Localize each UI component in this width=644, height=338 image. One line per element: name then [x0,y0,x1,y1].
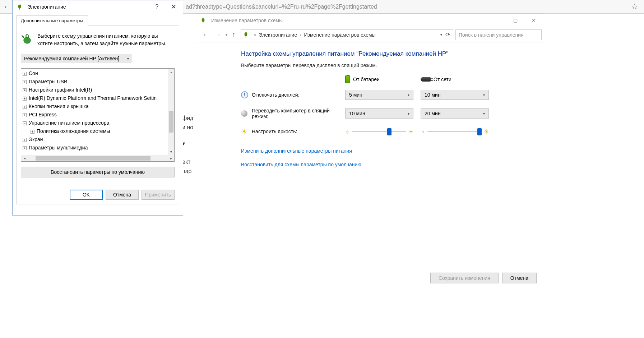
restore-defaults-button[interactable]: Восстановить параметры по умолчанию [21,167,175,177]
window-titlebar[interactable]: Изменение параметров схемы — ▢ ✕ [196,14,544,27]
tree-item[interactable]: +Настройки графики Intel(R) [23,86,168,94]
nav-forward-icon: → [212,31,223,39]
browser-url[interactable]: ad?threadtype=Questions&cancelurl=%2Fru-… [186,4,377,10]
tree-item[interactable]: +Intel(R) Dynamic Platform and Thermal F… [23,94,168,102]
tree-item[interactable]: +Сон [23,69,168,78]
brightness-battery-slider[interactable] [352,131,406,132]
ok-button[interactable]: OK [70,190,103,200]
partial-text: и но [182,124,193,131]
breadcrumb[interactable]: « Электропитание › Изменение параметров … [241,29,453,40]
dialog-titlebar[interactable]: Электропитание ? ✕ [13,0,183,13]
chevron-down-icon: ▾ [483,93,485,97]
expand-icon[interactable]: + [23,138,27,142]
tree-item[interactable]: +PCI Express [23,111,168,119]
minimize-button[interactable]: — [488,14,506,27]
scroll-left-icon[interactable]: ◂ [21,155,28,161]
cancel-button[interactable]: Отмена [106,190,139,200]
power-options-dialog: Электропитание ? ✕ Дополнительные параме… [12,0,183,216]
brightness-sun-icon: ☀ [241,128,247,135]
tree-item[interactable]: −Управление питанием процессора [23,119,168,127]
nav-up-icon[interactable]: ↑ [229,31,238,38]
brightness-ac-slider[interactable] [427,131,482,132]
plug-icon [421,77,431,82]
tree-item-label: Настройки графики Intel(R) [29,87,92,93]
maximize-button[interactable]: ▢ [506,14,524,27]
settings-tree: +Сон+Параметры USB+Настройки графики Int… [21,68,175,162]
tree-item[interactable]: +Параметры мультимедиа [23,144,168,152]
collapse-icon[interactable]: − [23,121,27,125]
breadcrumb-item[interactable]: Изменение параметров схемы [304,32,376,38]
expand-icon[interactable]: + [31,130,34,134]
setting-label-display: Отключать дисплей: [252,92,345,98]
partial-text: фид [182,115,193,121]
chevron-down-icon: ▾ [408,93,409,97]
power-plug-icon [243,32,250,38]
link-restore-defaults[interactable]: Восстановить для схемы параметры по умол… [241,162,544,167]
explorer-nav-bar: ← → ▾ ↑ « Электропитание › Изменение пар… [196,27,544,42]
save-changes-button: Сохранить изменения [430,273,499,283]
tree-item-label: Сон [29,70,38,76]
tree-item-label: Управление питанием процессора [29,120,109,126]
partial-text: пар [182,168,191,175]
expand-icon[interactable]: + [23,113,27,117]
scroll-right-icon[interactable]: ▸ [168,155,174,161]
page-subtitle: Выберите параметры перевода дисплея в сп… [241,62,544,68]
chevron-down-icon: ▾ [483,112,485,116]
tree-item[interactable]: +Кнопки питания и крышка [23,102,168,111]
column-header-battery: От батареи [353,77,380,82]
sleep-battery-select[interactable]: 10 мин ▾ [345,108,413,119]
nav-back-icon[interactable]: ← [200,31,212,39]
breadcrumb-dropdown-icon[interactable]: ▾ [440,33,442,37]
power-plug-icon [200,17,207,24]
expand-icon[interactable]: + [23,105,27,109]
search-input[interactable]: Поиск в панели управления [455,29,542,40]
dialog-intro-text: Выберите схему управления питанием, кото… [37,32,175,47]
battery-icon [345,75,350,83]
breadcrumb-chevron-icon[interactable]: « [252,33,258,37]
tree-item-label: PCI Express [29,112,57,117]
scroll-down-icon[interactable]: ▾ [168,148,174,155]
scroll-thumb[interactable] [36,156,150,161]
nav-history-dropdown[interactable]: ▾ [223,33,229,37]
breadcrumb-item[interactable]: Электропитание [258,32,298,38]
apply-button: Применить [142,190,175,200]
breadcrumb-chevron-icon[interactable]: › [298,33,303,37]
display-ac-select[interactable]: 10 мин ▾ [421,90,489,100]
close-button[interactable]: ✕ [164,3,183,11]
scroll-thumb[interactable] [169,111,173,133]
vertical-scrollbar[interactable]: ▴ ▾ [168,69,174,155]
sleep-ac-select[interactable]: 20 мин ▾ [421,108,489,119]
power-plug-icon [17,4,23,10]
horizontal-scrollbar[interactable]: ◂ ▸ [21,155,174,161]
edit-plan-window: Изменение параметров схемы — ▢ ✕ ← → ▾ ↑… [196,14,544,290]
plan-selector-dropdown[interactable]: Рекомендуемая компанией HP [Активен] ▾ [21,54,132,63]
tree-item[interactable]: +Экран [23,135,168,144]
expand-icon[interactable]: + [23,146,27,150]
scroll-up-icon[interactable]: ▴ [168,69,174,75]
link-advanced-settings[interactable]: Изменить дополнительные параметры питани… [241,148,544,154]
expand-icon[interactable]: + [23,97,27,101]
close-button[interactable]: ✕ [524,14,542,27]
bookmark-star-icon[interactable]: ☆ [631,2,638,11]
tree-item-label: Intel(R) Dynamic Platform and Thermal Fr… [29,95,157,101]
chevron-down-icon: ▾ [127,57,129,61]
expand-icon[interactable]: + [23,72,27,76]
tree-item[interactable]: +Параметры USB [23,78,168,86]
display-battery-select[interactable]: 5 мин ▾ [345,90,413,100]
tree-item-label: Политика охлаждения системы [37,128,110,134]
cancel-button[interactable]: Отмена [502,273,537,283]
search-placeholder: Поиск в панели управления [459,32,524,38]
dialog-title: Электропитание [28,4,150,10]
tree-item-label: Параметры мультимедиа [29,145,88,151]
tree-item-label: Экран [29,136,43,142]
watering-can-icon [21,32,32,47]
refresh-icon[interactable]: ⟳ [445,31,450,38]
expand-icon[interactable]: + [23,80,27,84]
setting-label-sleep: Переводить компьютер в спящий режим: [252,108,345,119]
tab-advanced[interactable]: Дополнительные параметры [16,15,88,26]
help-button[interactable]: ? [150,4,164,10]
tree-item[interactable]: +Политика охлаждения системы [23,127,168,135]
expand-icon[interactable]: + [23,88,27,92]
chevron-down-icon: ▾ [408,112,409,116]
sun-dim-icon: ☼ [421,129,425,134]
